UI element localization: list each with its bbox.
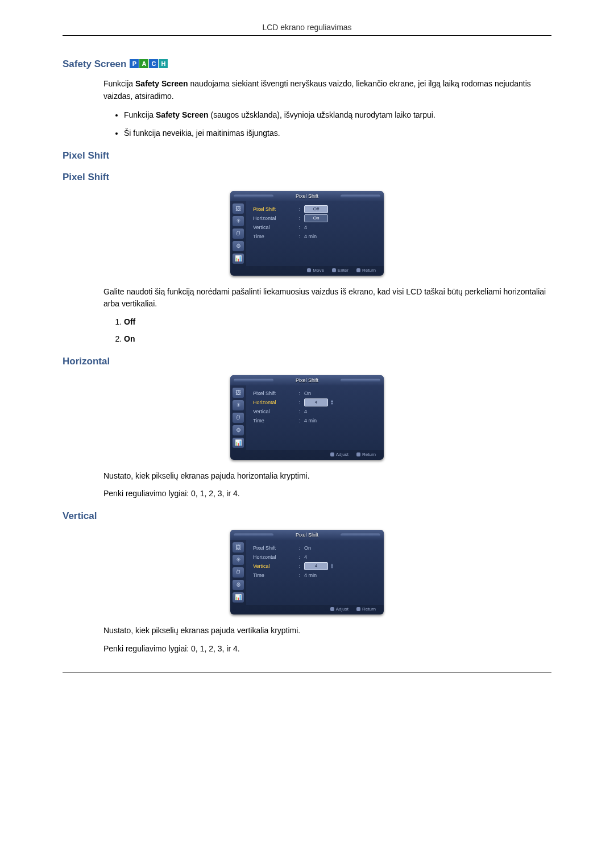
osd-value-4: 4 (304, 562, 328, 570)
osd-row-pixel-shift[interactable]: Pixel Shift: On (253, 543, 379, 553)
osd-value: 4 (302, 409, 379, 414)
osd-row-time[interactable]: Time: 4 min (253, 416, 379, 425)
page-footer-rule (63, 672, 551, 672)
osd-value: 4 (302, 225, 379, 230)
osd-label: Pixel Shift (253, 545, 297, 551)
horizontal-desc1: Nustato, kiek pikselių ekranas pajuda ho… (103, 470, 551, 483)
osd-value-off: Off (304, 205, 328, 213)
osd-footer: Adjust Return (230, 605, 384, 614)
osd-title: Pixel Shift (230, 530, 384, 540)
osd-footer: Move Enter Return (230, 266, 384, 276)
osd-value: On (302, 545, 379, 551)
osd-foot-adjust: Adjust (330, 452, 349, 457)
input-icon: 📊 (233, 438, 244, 448)
osd-label: Pixel Shift (253, 391, 297, 396)
opt-off: Off (124, 317, 135, 326)
osd-row-horizontal[interactable]: Horizontal: On (253, 214, 379, 223)
osd-label: Pixel Shift (253, 206, 297, 212)
osd-row-horizontal[interactable]: Horizontal: 4 (253, 553, 379, 562)
osd-row-horizontal[interactable]: Horizontal: 4 ▲▼ (253, 398, 379, 407)
osd-foot-return: Return (356, 268, 376, 273)
osd-label: Vertical (253, 225, 297, 230)
list-item: Funkcija Safety Screen (saugos užsklanda… (124, 109, 551, 122)
osd-value-on: On (304, 214, 328, 222)
badge-a-icon: A (139, 59, 148, 68)
osd-label: Vertical (253, 563, 297, 569)
bullet1-pre: Funkcija (124, 110, 156, 119)
bullet1-post: (saugos užsklanda), išvynioja užsklandą … (209, 110, 435, 119)
picture-icon: 🖼 (233, 542, 244, 553)
osd-value: On (302, 391, 379, 396)
osd-row-vertical[interactable]: Vertical: 4 (253, 407, 379, 416)
safety-screen-intro: Funkcija Safety Screen naudojama siekian… (103, 78, 551, 102)
osd-row-time[interactable]: Time: 4 min (253, 232, 379, 241)
badge-c-icon: C (149, 59, 158, 68)
badge-h-icon: H (159, 59, 168, 68)
list-item: Off (124, 316, 551, 329)
osd-foot-move: Move (307, 268, 324, 273)
osd-label: Time (253, 572, 297, 578)
osd-row-vertical[interactable]: Vertical: 4 ▲▼ (253, 562, 379, 571)
content: Safety Screen P A C H Funkcija Safety Sc… (63, 59, 551, 655)
badge-group: P A C H (130, 59, 168, 69)
brightness-icon: ☀ (233, 400, 244, 410)
section-title-safety-screen: Safety Screen P A C H (63, 59, 551, 70)
osd-panel: Pixel Shift 🖼 ☀ ⏱ ⚙ 📊 Pixel Shift: On (230, 375, 384, 460)
list-item: On (124, 333, 551, 346)
osd-value-4: 4 (304, 398, 328, 406)
badge-p-icon: P (130, 59, 139, 68)
osd-body: 🖼 ☀ ⏱ ⚙ 📊 Pixel Shift: On Horizontal: (230, 540, 384, 605)
osd-rows: Pixel Shift: Off Horizontal: On Vertical… (246, 201, 384, 266)
clock-icon: ⏱ (233, 567, 244, 578)
gear-icon: ⚙ (233, 580, 244, 590)
brightness-icon: ☀ (233, 216, 244, 226)
gear-icon: ⚙ (233, 241, 244, 251)
bullet1-bold: Safety Screen (156, 110, 209, 119)
osd-value: 4 min (302, 418, 379, 423)
list-item: Ši funkcija neveikia, jei maitinimas išj… (124, 127, 551, 140)
osd-foot-enter: Enter (332, 268, 349, 273)
spinner-arrows-icon: ▲▼ (330, 563, 334, 569)
osd-sidebar: 🖼 ☀ ⏱ ⚙ 📊 (230, 201, 246, 266)
safety-screen-bullets: Funkcija Safety Screen (saugos užsklanda… (103, 109, 551, 139)
osd-row-time[interactable]: Time: 4 min (253, 571, 379, 580)
vertical-body: Nustato, kiek pikselių ekranas pajuda ve… (103, 625, 551, 655)
osd-vertical: Pixel Shift 🖼 ☀ ⏱ ⚙ 📊 Pixel Shift: On (63, 530, 551, 614)
osd-value: 4 min (302, 572, 379, 578)
page-header: LCD ekrano reguliavimas (63, 23, 551, 36)
osd-pixel-shift: Pixel Shift 🖼 ☀ ⏱ ⚙ 📊 Pixel Shift: Off (63, 191, 551, 276)
osd-row-pixel-shift[interactable]: Pixel Shift: On (253, 389, 379, 398)
osd-title: Pixel Shift (230, 375, 384, 385)
pixel-shift-desc: Galite naudoti šią funkciją norėdami paš… (103, 286, 551, 310)
osd-label: Horizontal (253, 400, 297, 405)
osd-row-pixel-shift[interactable]: Pixel Shift: Off (253, 205, 379, 214)
osd-panel: Pixel Shift 🖼 ☀ ⏱ ⚙ 📊 Pixel Shift: On (230, 530, 384, 614)
spinner-arrows-icon: ▲▼ (330, 400, 334, 405)
gear-icon: ⚙ (233, 425, 244, 435)
section-title-horizontal: Horizontal (63, 356, 551, 367)
osd-sidebar: 🖼 ☀ ⏱ ⚙ 📊 (230, 385, 246, 450)
osd-title: Pixel Shift (230, 191, 384, 201)
osd-label: Vertical (253, 409, 297, 414)
osd-rows: Pixel Shift: On Horizontal: 4 Vertical: … (246, 540, 384, 605)
input-icon: 📊 (233, 592, 244, 603)
section-title-vertical: Vertical (63, 510, 551, 522)
clock-icon: ⏱ (233, 229, 244, 239)
safety-screen-body: Funkcija Safety Screen naudojama siekian… (103, 78, 551, 140)
osd-body: 🖼 ☀ ⏱ ⚙ 📊 Pixel Shift: Off Horizontal: (230, 201, 384, 266)
section-title-pixel-shift-1: Pixel Shift (63, 150, 551, 161)
brightness-icon: ☀ (233, 555, 244, 565)
picture-icon: 🖼 (233, 203, 244, 214)
osd-footer: Adjust Return (230, 450, 384, 460)
osd-panel: Pixel Shift 🖼 ☀ ⏱ ⚙ 📊 Pixel Shift: Off (230, 191, 384, 276)
osd-body: 🖼 ☀ ⏱ ⚙ 📊 Pixel Shift: On Horizontal: (230, 385, 384, 450)
osd-row-vertical[interactable]: Vertical: 4 (253, 223, 379, 232)
horizontal-desc2: Penki reguliavimo lygiai: 0, 1, 2, 3, ir… (103, 488, 551, 500)
osd-rows: Pixel Shift: On Horizontal: 4 ▲▼ Vertica… (246, 385, 384, 450)
page: LCD ekrano reguliavimas Safety Screen P … (0, 0, 614, 701)
osd-horizontal: Pixel Shift 🖼 ☀ ⏱ ⚙ 📊 Pixel Shift: On (63, 375, 551, 460)
osd-value: 4 (302, 554, 379, 560)
safety-screen-title: Safety Screen (63, 59, 126, 70)
inline-bold: Safety Screen (135, 79, 188, 88)
pixel-shift-options: Off On (103, 316, 551, 345)
